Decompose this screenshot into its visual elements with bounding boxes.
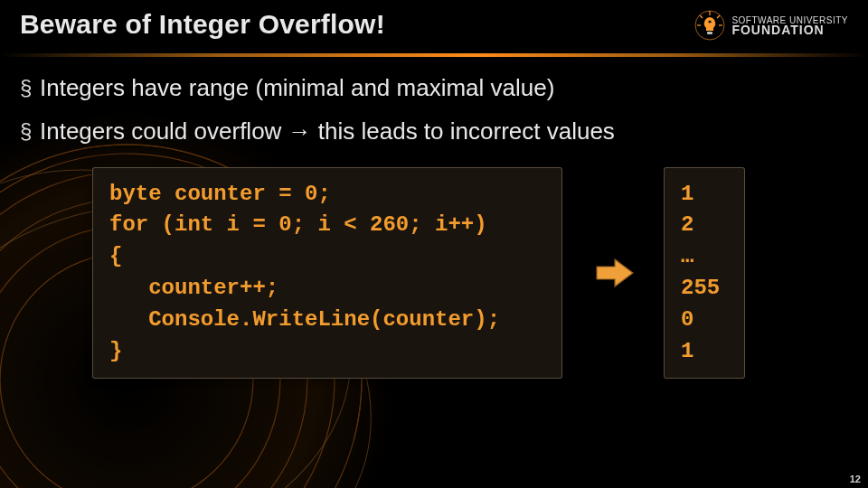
lightbulb-icon <box>693 9 726 42</box>
svg-line-11 <box>717 15 720 18</box>
title-underline <box>0 53 868 57</box>
slide: Beware of Integer Overflow! SOFTWARE UNI… <box>0 0 868 488</box>
page-number: 12 <box>850 474 861 484</box>
brand-text: SOFTWARE UNIVERSITY FOUNDATION <box>731 15 848 35</box>
slide-body: Integers have range (minimal and maximal… <box>20 73 848 379</box>
svg-marker-15 <box>597 259 633 286</box>
bullet-2: Integers could overflow → this leads to … <box>20 117 848 147</box>
arrow-right-icon <box>595 257 635 289</box>
code-output: 1 2 … 255 0 1 <box>664 167 745 380</box>
code-row: byte counter = 0; for (int i = 0; i < 26… <box>20 167 848 380</box>
brand-line2: FOUNDATION <box>731 25 848 35</box>
bullet-1: Integers have range (minimal and maximal… <box>20 73 848 104</box>
svg-rect-14 <box>707 32 712 34</box>
title-row: Beware of Integer Overflow! SOFTWARE UNI… <box>20 7 848 51</box>
brand-logo: SOFTWARE UNIVERSITY FOUNDATION <box>693 9 848 42</box>
svg-line-10 <box>700 15 703 18</box>
slide-title: Beware of Integer Overflow! <box>20 9 385 40</box>
code-source: byte counter = 0; for (int i = 0; i < 26… <box>92 167 562 380</box>
